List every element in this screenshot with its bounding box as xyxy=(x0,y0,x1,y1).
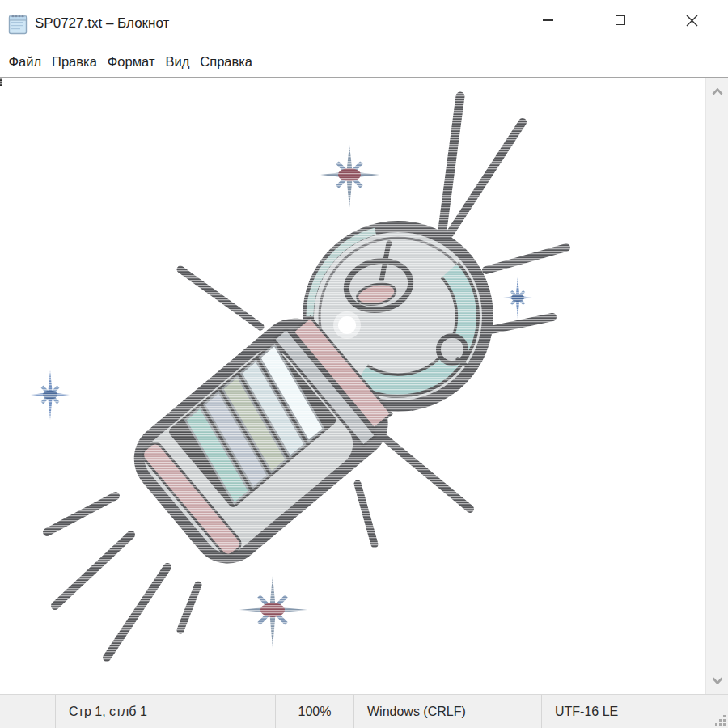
window-controls xyxy=(512,0,728,40)
menu-edit[interactable]: Правка xyxy=(47,51,103,73)
minimize-icon xyxy=(543,19,553,21)
notepad-window: SP0727.txt – Блокнот Файл Правка Формат … xyxy=(0,0,728,728)
maximize-icon xyxy=(616,15,625,25)
scroll-up-button[interactable] xyxy=(706,79,728,104)
menu-help[interactable]: Справка xyxy=(195,51,258,73)
close-button[interactable] xyxy=(656,0,728,40)
text-editor-area[interactable] xyxy=(0,78,728,694)
scroll-down-button[interactable] xyxy=(706,668,728,692)
status-zoom-level: 100% xyxy=(275,695,353,728)
chevron-up-icon xyxy=(712,88,723,95)
halftone-overlay xyxy=(0,78,705,694)
status-bar: Стр 1, стлб 1 100% Windows (CRLF) UTF-16… xyxy=(0,694,728,728)
maximize-button[interactable] xyxy=(584,0,656,40)
chevron-down-icon xyxy=(712,677,723,684)
status-spacer xyxy=(0,695,55,728)
status-cursor-position: Стр 1, стлб 1 xyxy=(55,695,275,728)
menu-view[interactable]: Вид xyxy=(160,51,195,73)
menu-format[interactable]: Формат xyxy=(102,51,160,73)
minimize-button[interactable] xyxy=(512,0,584,40)
status-line-endings: Windows (CRLF) xyxy=(353,695,541,728)
status-encoding: UTF-16 LE xyxy=(541,695,728,728)
resize-grip[interactable] xyxy=(714,714,726,726)
window-title: SP0727.txt – Блокнот xyxy=(35,15,169,32)
title-bar: SP0727.txt – Блокнот xyxy=(0,0,728,46)
notepad-icon xyxy=(7,12,28,35)
menu-bar: Файл Правка Формат Вид Справка xyxy=(0,46,728,78)
sputnik-satellite-art xyxy=(0,78,705,694)
menu-file[interactable]: Файл xyxy=(3,51,47,73)
close-icon xyxy=(686,15,698,27)
vertical-scrollbar[interactable] xyxy=(705,78,728,694)
